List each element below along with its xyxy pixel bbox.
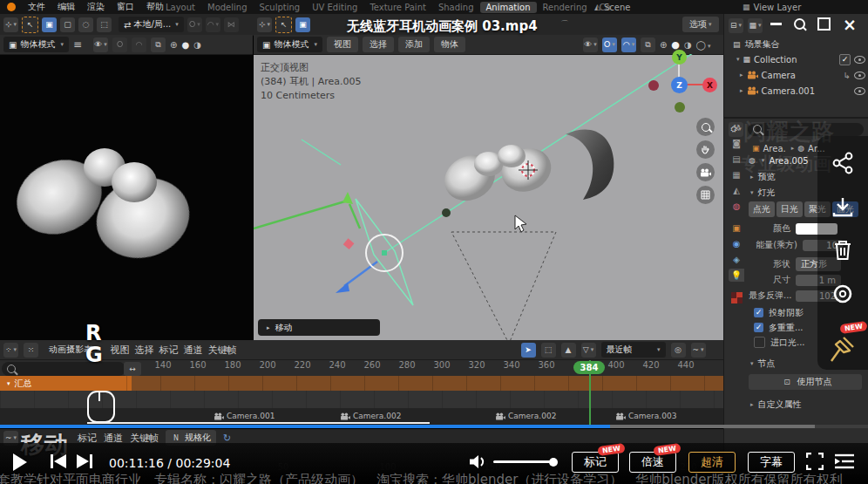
- search-icon[interactable]: [794, 18, 805, 30]
- collection-checkbox[interactable]: ✓: [839, 54, 851, 65]
- menu-render[interactable]: 渲染: [87, 1, 105, 13]
- frame-snap-dropdown[interactable]: 最近帧▾: [601, 342, 666, 358]
- panel-custom-props[interactable]: ▸自定义属性: [749, 395, 868, 414]
- overlays-icon[interactable]: ⧉: [151, 37, 166, 52]
- camera-row[interactable]: ▸ Camera ↳: [724, 67, 868, 83]
- refresh-icon[interactable]: ↻: [223, 433, 231, 444]
- collection-row[interactable]: ▾▦ Collection ✓: [724, 51, 868, 67]
- scene-collection-row[interactable]: ▤ 场景集合: [724, 37, 868, 51]
- select-mode-icon[interactable]: ⬚: [97, 17, 112, 32]
- expand-icon[interactable]: ↔: [124, 362, 141, 376]
- hamburger-icon[interactable]: ≡: [73, 38, 82, 51]
- scene-selector[interactable]: ◭Scene: [594, 1, 630, 13]
- menu-key[interactable]: 关键帧: [208, 344, 237, 357]
- volume-slider[interactable]: [493, 460, 556, 463]
- trash-icon[interactable]: [832, 239, 853, 262]
- mark-button[interactable]: 标记: [572, 452, 619, 473]
- camera-marker[interactable]: Camera.002: [340, 412, 401, 420]
- left-viewport[interactable]: ▣ 物体模式▾ ≡ 👁▾ ⭘ ◠ ⧉ ⊕ ● ◑: [0, 35, 253, 340]
- axis-gizmo[interactable]: Y Z X: [641, 48, 720, 118]
- shading-solid-icon[interactable]: ●: [181, 40, 189, 50]
- share-icon[interactable]: [831, 152, 854, 174]
- camera-view-icon[interactable]: [696, 163, 715, 181]
- axis-z-handle[interactable]: Z: [671, 77, 688, 93]
- snap-icon[interactable]: ⭘▾: [602, 37, 617, 52]
- tab-sculpting[interactable]: Sculpting: [254, 2, 307, 13]
- mode-dropdown[interactable]: ▣ 物体模式▾: [257, 37, 322, 52]
- tab-tool-icon[interactable]: ⚒: [729, 121, 744, 134]
- axis-neg-y-handle[interactable]: [675, 102, 685, 112]
- options-button[interactable]: 选项▾: [682, 17, 719, 32]
- subtitles-button[interactable]: 字幕: [748, 452, 795, 473]
- tab-constraints-icon[interactable]: ◈: [729, 253, 744, 266]
- target-icon[interactable]: [831, 283, 854, 305]
- only-selected-icon[interactable]: ➤: [521, 343, 536, 358]
- menu-select[interactable]: 选择: [363, 37, 394, 52]
- tab-modeling[interactable]: Modeling: [201, 2, 254, 13]
- cursor-tool-icon[interactable]: ↖: [22, 17, 38, 33]
- tab-texture-icon[interactable]: [731, 292, 743, 303]
- select-box-icon[interactable]: ▣: [42, 17, 57, 32]
- editor-type-icon[interactable]: ⊟▾: [729, 18, 743, 33]
- next-frame-button[interactable]: [77, 454, 92, 468]
- summary-channel[interactable]: ▾汇总: [0, 376, 132, 391]
- orientation-dropdown[interactable]: ⇄ 本地/局...▾: [119, 17, 184, 32]
- axis-x-handle[interactable]: X: [702, 78, 717, 92]
- active-tool-icon[interactable]: ⊹▾: [3, 17, 18, 32]
- falloff-icon[interactable]: ~▾: [691, 343, 706, 358]
- prev-frame-button[interactable]: [51, 454, 66, 468]
- maximize-icon[interactable]: [817, 17, 831, 31]
- tab-scene-icon[interactable]: ◭: [729, 184, 744, 197]
- tab-physics-icon[interactable]: ◉: [729, 237, 744, 250]
- channel-search[interactable]: [2, 362, 125, 376]
- falloff-curve-icon[interactable]: ⌒: [560, 18, 569, 31]
- errors-icon[interactable]: ▲: [561, 343, 576, 358]
- eye-icon[interactable]: [854, 56, 865, 64]
- view-layer-selector[interactable]: ▦View Layer: [743, 1, 801, 13]
- options-icon[interactable]: ⋈: [224, 17, 239, 32]
- menu-file[interactable]: 文件: [28, 1, 45, 13]
- playlist-icon[interactable]: [834, 453, 855, 469]
- snap-icon[interactable]: ⭘: [112, 37, 127, 52]
- select-lasso-icon[interactable]: ▢: [60, 17, 75, 32]
- tab-texture-paint[interactable]: Texture Paint: [363, 2, 432, 13]
- tab-object-icon[interactable]: ▣: [729, 222, 744, 235]
- camera-marker[interactable]: Camera.003: [615, 412, 676, 420]
- light-type-sun[interactable]: 日光: [776, 201, 803, 217]
- mode-dropdown[interactable]: ▣ 物体模式▾: [3, 37, 69, 52]
- frame-ruler[interactable]: 140 160 180 200 220 240 260 280 300 320 …: [145, 360, 723, 376]
- active-tool-icon[interactable]: ⊹▾: [257, 17, 272, 32]
- menu-select[interactable]: 选择: [135, 344, 154, 357]
- snap-icon[interactable]: ⭘▾: [187, 17, 202, 32]
- tab-world-icon[interactable]: ◍: [729, 200, 744, 213]
- fullscreen-icon[interactable]: [806, 453, 824, 470]
- camera-marker[interactable]: Camera.002: [495, 412, 556, 420]
- select-box-icon[interactable]: ▣: [295, 17, 310, 32]
- menu-view[interactable]: 视图: [327, 37, 358, 52]
- hidden-icon[interactable]: ⬚: [541, 343, 556, 358]
- proportional-icon[interactable]: ◠▾: [621, 37, 636, 52]
- axis-y-handle[interactable]: Y: [672, 50, 687, 65]
- eye-icon[interactable]: [854, 87, 865, 95]
- play-button[interactable]: [12, 453, 28, 472]
- tab-rendering[interactable]: Rendering: [537, 2, 593, 13]
- filter-icon[interactable]: ▽▾: [581, 343, 596, 358]
- menu-add[interactable]: 添加: [398, 37, 430, 52]
- gizmo-icon[interactable]: 👁▾: [583, 37, 598, 52]
- minimize-icon[interactable]: [770, 23, 782, 25]
- zoom-view-icon[interactable]: [696, 118, 715, 136]
- menu-edit[interactable]: 编辑: [58, 1, 75, 13]
- close-icon[interactable]: ×: [843, 18, 857, 31]
- cast-shadow-checkbox[interactable]: ✓: [754, 308, 763, 317]
- camera-001-row[interactable]: ▸ Camera.001: [724, 83, 868, 99]
- proportional-icon[interactable]: ◎: [671, 343, 686, 358]
- shading-material-icon[interactable]: ◑: [193, 40, 201, 50]
- use-nodes-button[interactable]: ⊡ 使用节点: [749, 374, 862, 390]
- gizmo-icon[interactable]: 👁▾: [93, 37, 108, 52]
- menu-object[interactable]: 物体: [434, 37, 465, 52]
- tab-animation[interactable]: Animation: [480, 2, 537, 13]
- progress-bar[interactable]: [0, 425, 868, 428]
- editor-type-icon[interactable]: ⁘▾: [3, 343, 18, 358]
- proportional-icon[interactable]: ◠▾: [206, 17, 220, 32]
- current-frame-badge[interactable]: 384: [573, 361, 605, 374]
